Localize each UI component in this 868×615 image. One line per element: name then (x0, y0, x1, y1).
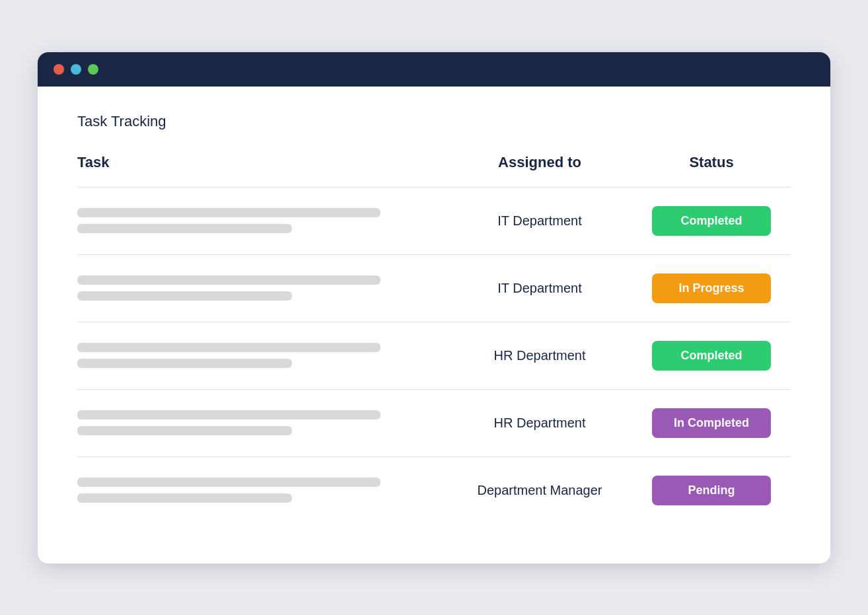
table-row: IT Department Completed (77, 188, 791, 255)
table-row: Department Manager Pending (77, 457, 791, 524)
assigned-to: HR Department (447, 348, 632, 363)
status-badge: In Progress (652, 273, 771, 303)
col-header-status: Status (632, 154, 791, 171)
task-line-1 (77, 410, 380, 419)
table-row: HR Department Completed (77, 322, 791, 390)
status-badge: Completed (652, 341, 771, 371)
assigned-to: IT Department (447, 213, 632, 229)
close-dot[interactable] (54, 64, 64, 75)
task-line-2 (77, 359, 292, 368)
task-line-2 (77, 291, 292, 301)
task-line-1 (77, 208, 380, 217)
assigned-to: Department Manager (447, 483, 632, 498)
task-placeholder (77, 208, 447, 233)
task-line-1 (77, 478, 380, 487)
assigned-to: IT Department (447, 281, 632, 296)
task-line-2 (77, 493, 292, 503)
app-window: Task Tracking Task Assigned to Status IT… (38, 52, 830, 563)
status-badge: Completed (652, 206, 771, 236)
task-placeholder (77, 275, 447, 301)
maximize-dot[interactable] (88, 64, 98, 75)
page-title: Task Tracking (77, 113, 791, 130)
task-placeholder (77, 410, 447, 435)
status-cell: In Progress (632, 273, 791, 303)
status-cell: Completed (632, 206, 791, 236)
task-placeholder (77, 478, 447, 503)
table-row: HR Department In Completed (77, 390, 791, 457)
status-cell: In Completed (632, 408, 791, 438)
task-placeholder (77, 343, 447, 368)
task-line-1 (77, 343, 380, 352)
assigned-to: HR Department (447, 416, 632, 431)
table-body: IT Department Completed IT Department In… (77, 187, 791, 524)
task-line-2 (77, 426, 292, 435)
status-badge: Pending (652, 476, 771, 505)
status-cell: Pending (632, 476, 791, 505)
minimize-dot[interactable] (71, 64, 81, 75)
status-badge: In Completed (652, 408, 771, 438)
col-header-assigned: Assigned to (447, 154, 632, 171)
task-line-1 (77, 275, 380, 285)
titlebar (38, 52, 830, 87)
main-content: Task Tracking Task Assigned to Status IT… (38, 87, 830, 563)
table-header: Task Assigned to Status (77, 154, 791, 182)
task-line-2 (77, 224, 292, 233)
table-row: IT Department In Progress (77, 255, 791, 322)
col-header-task: Task (77, 154, 447, 171)
status-cell: Completed (632, 341, 791, 371)
